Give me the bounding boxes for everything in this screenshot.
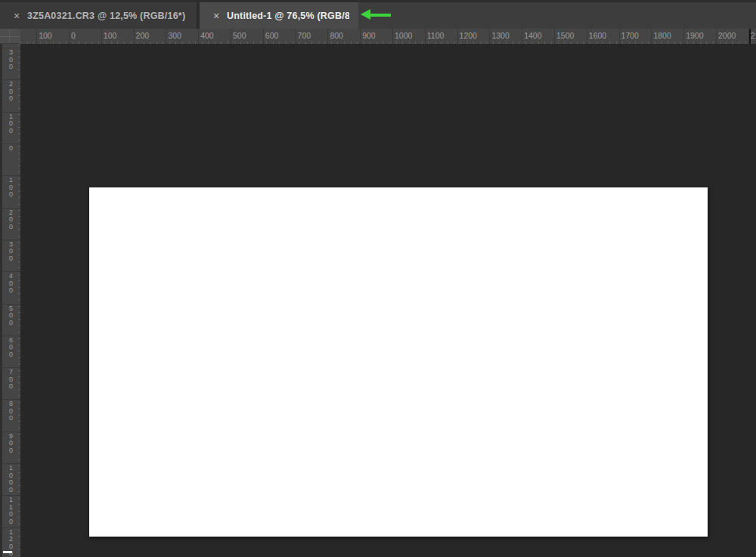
ruler-tick-label: 300 <box>168 31 181 40</box>
ruler-tick-label: 8 0 0 <box>2 401 20 422</box>
ruler-tick-label: 200 <box>136 31 150 40</box>
ruler-major-tick <box>36 29 37 44</box>
ruler-tick-label: 400 <box>200 31 214 40</box>
ruler-tick-label: 1 0 0 <box>2 113 20 135</box>
tab-bar-empty-area <box>358 2 756 29</box>
ruler-major-tick <box>619 29 620 44</box>
ruler-tick-label: 9 0 0 <box>2 433 20 455</box>
ruler-tick-label: 900 <box>362 31 376 40</box>
ruler-major-tick <box>360 29 361 44</box>
ruler-major-tick <box>166 29 166 44</box>
close-icon[interactable]: × <box>209 11 224 21</box>
tab-label: Untitled-1 @ 76,5% (RGB/8) <box>227 11 349 21</box>
ruler-tick-label: 1300 <box>491 31 509 40</box>
ruler-tick-label: 100 <box>104 31 117 40</box>
ruler-major-tick <box>489 29 490 44</box>
ruler-tick-label: 5 0 0 <box>2 305 20 327</box>
ruler-cursor-indicator <box>749 29 751 44</box>
ruler-tick-label: 1600 <box>589 31 606 40</box>
ruler-tick-label: 1800 <box>653 31 671 40</box>
ruler-major-tick <box>554 29 555 44</box>
ruler-tick-label: 4 0 0 <box>2 273 20 295</box>
ruler-major-tick <box>101 29 102 44</box>
ruler-major-tick <box>651 29 652 44</box>
ruler-major-tick <box>231 29 231 44</box>
ruler-tick-label: 0 <box>71 31 76 40</box>
ruler-tick-label: 3 0 0 <box>2 241 20 263</box>
ruler-tick-label: 2000 <box>718 31 736 40</box>
ruler-tick-label: 1000 <box>395 31 412 40</box>
ruler-tick-label: 6 0 0 <box>2 337 20 359</box>
ruler-tick-label: 600 <box>265 31 279 40</box>
ruler-cursor-indicator <box>3 551 12 553</box>
ruler-major-tick <box>683 29 684 44</box>
tab-label: 3Z5A0321.CR3 @ 12,5% (RGB/16*) <box>27 11 185 21</box>
vertical-ruler[interactable]: 3 0 02 0 01 0 001 0 02 0 03 0 04 0 05 0 … <box>0 44 20 557</box>
ruler-tick-label: 1700 <box>621 31 639 40</box>
ruler-tick-label: 1100 <box>427 31 445 40</box>
ruler-tick-label: 2100 <box>751 31 756 40</box>
pasteboard <box>20 44 756 557</box>
ruler-tick-label: 1400 <box>524 31 541 40</box>
ruler-tick-label: 1 1 0 0 <box>2 497 20 525</box>
corner-crosshair-horizontal <box>0 36 20 37</box>
ruler-major-tick <box>263 29 264 44</box>
ruler-major-tick <box>69 29 70 44</box>
ruler-major-tick <box>425 29 426 44</box>
ruler-tick-label: 1500 <box>556 31 574 40</box>
ruler-major-tick <box>392 29 393 44</box>
ruler-tick-label: 800 <box>330 31 343 40</box>
close-icon[interactable]: × <box>9 11 24 21</box>
ruler-origin-corner[interactable] <box>0 29 20 44</box>
ruler-tick-label: 1 0 0 0 <box>2 465 20 494</box>
ruler-tick-label: 7 0 0 <box>2 369 20 391</box>
ruler-tick-label: 2 0 0 <box>2 209 20 231</box>
ruler-tick-label: 700 <box>298 31 311 40</box>
ruler-tick-label: 1200 <box>460 31 477 40</box>
tab-document-cr3[interactable]: × 3Z5A0321.CR3 @ 12,5% (RGB/16*) <box>0 2 198 29</box>
ruler-major-tick <box>587 29 587 44</box>
ruler-tick-label: 2 0 0 <box>2 81 20 103</box>
photoshop-window: × 3Z5A0321.CR3 @ 12,5% (RGB/16*) × Untit… <box>0 0 756 557</box>
document-canvas[interactable] <box>89 187 708 537</box>
ruler-tick-label: 1 0 0 <box>2 177 20 199</box>
ruler-major-tick <box>522 29 522 44</box>
document-tab-bar: × 3Z5A0321.CR3 @ 12,5% (RGB/16*) × Untit… <box>0 0 756 29</box>
ruler-major-tick <box>327 29 328 44</box>
ruler-tick-label: 1900 <box>686 31 703 40</box>
ruler-major-tick <box>134 29 135 44</box>
ruler-tick-label: 100 <box>39 31 52 40</box>
ruler-major-tick <box>198 29 199 44</box>
ruler-tick-label: 3 0 0 <box>2 49 20 71</box>
ruler-tick-label: 0 <box>2 145 20 153</box>
ruler-major-tick <box>716 29 717 44</box>
ruler-major-tick <box>296 29 296 44</box>
ruler-major-tick <box>457 29 458 44</box>
ruler-tick-label: 500 <box>233 31 246 40</box>
tab-document-untitled[interactable]: × Untitled-1 @ 76,5% (RGB/8) <box>200 2 358 29</box>
horizontal-ruler[interactable]: 1000100200300400500600700800900100011001… <box>20 29 756 44</box>
